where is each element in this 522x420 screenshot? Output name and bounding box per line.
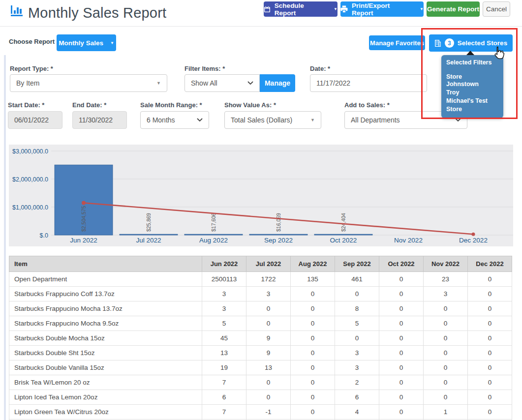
show-value-as-select[interactable]: Total Sales (Dollars) ▼ [224, 111, 321, 129]
filter-items-select[interactable]: Show All [184, 74, 260, 92]
table-cell: 5 [202, 316, 246, 331]
building-icon [434, 39, 441, 47]
table-cell: 13 [202, 346, 246, 360]
popover-title: Selected Filters [446, 59, 498, 66]
table-cell: 3 [202, 301, 246, 316]
svg-text:Nov 2022: Nov 2022 [394, 237, 423, 244]
table-cell: 3 [424, 287, 468, 301]
svg-text:$2,000,000.0: $2,000,000.0 [12, 176, 48, 183]
chevron-down-icon [197, 118, 203, 122]
page-title: Monthly Sales Report [28, 5, 166, 21]
table-cell: -1 [246, 405, 291, 420]
svg-text:$1,000,000.0: $1,000,000.0 [12, 204, 48, 211]
table-header-cell: Oct 2022 [379, 256, 424, 272]
printer-icon [340, 5, 348, 13]
table-cell: 0 [468, 405, 512, 420]
chevron-down-icon [247, 81, 253, 85]
svg-text:$16,069: $16,069 [276, 213, 281, 232]
caret-down-icon: ▼ [310, 118, 315, 122]
table-cell: 0 [379, 346, 424, 360]
table-row: Lipton Green Tea W/Citrus 20oz7-104010 [9, 405, 512, 420]
selected-stores-button[interactable]: 3 Selected Stores [429, 34, 513, 52]
table-cell: 0 [468, 360, 512, 375]
table-cell: 3 [335, 346, 379, 360]
table-cell: 0 [246, 390, 291, 405]
schedule-report-button[interactable]: Schedule Report ▼ [264, 1, 338, 17]
table-cell: 0 [424, 316, 468, 331]
report-type-select[interactable]: By Item ▼ [10, 74, 167, 92]
table-header-cell: Item [9, 256, 202, 272]
report-selector-label: Monthly Sales [59, 39, 103, 47]
sales-chart-panel: $3,000,000.0$2,000,000.0$1,000,000.0$.0$… [9, 145, 513, 246]
table-cell: 9 [246, 346, 291, 360]
table-cell: 0 [379, 272, 424, 287]
show-value-as-label: Show Value As: * [224, 101, 276, 109]
table-cell: 0 [291, 287, 335, 301]
generate-report-button[interactable]: Generate Report [427, 1, 480, 17]
table-row: Open Department250011317221354610230 [9, 272, 512, 287]
date-input[interactable] [310, 74, 427, 92]
popover-store-item: Johnstown [446, 80, 498, 89]
table-cell: 0 [291, 331, 335, 346]
popover-group-label: Store [446, 73, 498, 80]
table-cell: 0 [246, 375, 291, 390]
table-row: Starbucks Frappucino Mocha 9.5oz5005000 [9, 316, 512, 331]
popover-store-item: Michael's Test Store [446, 97, 498, 114]
caret-down-icon: ▼ [334, 7, 338, 11]
table-cell: Lipton Green Tea W/Citrus 20oz [9, 405, 202, 420]
table-cell: 6 [202, 390, 246, 405]
table-cell: 7 [202, 405, 246, 420]
calendar-icon [264, 6, 271, 13]
table-cell: 0 [424, 390, 468, 405]
sale-month-range-select[interactable]: 6 Months [140, 111, 209, 129]
table-cell: 0 [468, 331, 512, 346]
table-cell: 0 [424, 375, 468, 390]
bar-chart-icon [10, 4, 25, 18]
header-divider [0, 26, 522, 27]
table-cell: 0 [379, 360, 424, 375]
table-header-cell: Dec 2022 [468, 256, 512, 272]
table-cell: 9 [246, 331, 291, 346]
table-cell: 5 [335, 316, 379, 331]
table-header-cell: Aug 2022 [291, 256, 335, 272]
table-cell: 2 [335, 375, 379, 390]
table-cell: 0 [379, 316, 424, 331]
choose-report-label: Choose Report [9, 38, 55, 45]
table-cell: 0 [468, 375, 512, 390]
manage-filter-items-button[interactable]: Manage [260, 74, 295, 92]
table-row: Starbucks Frappucino Coff 13.7oz3300030 [9, 287, 512, 301]
table-cell: 0 [246, 301, 291, 316]
end-date-input [72, 111, 127, 129]
table-cell: 0 [468, 390, 512, 405]
table-cell: Lipton Iced Tea Lemon 20oz [9, 390, 202, 405]
date-label: Date: * [310, 65, 330, 72]
table-cell: 0 [468, 287, 512, 301]
manage-favorites-button[interactable]: Manage Favorites [369, 35, 425, 50]
table-cell: Starbucks Double Mocha 15oz [9, 331, 202, 346]
schedule-report-label: Schedule Report [275, 2, 327, 17]
popover-store-item: Troy [446, 89, 498, 97]
table-cell: Brisk Tea W/Lemon 20 oz [9, 375, 202, 390]
table-cell: 3 [202, 287, 246, 301]
svg-text:$25,869: $25,869 [146, 213, 152, 232]
print-export-label: Print/Export Report [352, 2, 413, 17]
cancel-button[interactable]: Cancel [483, 1, 510, 17]
table-header-row: ItemJun 2022Jul 2022Aug 2022Sep 2022Oct … [9, 256, 512, 272]
print-export-button[interactable]: Print/Export Report ▼ [340, 1, 424, 17]
table-cell: 7 [202, 375, 246, 390]
caret-down-icon: ▼ [156, 81, 161, 86]
table-cell: 19 [202, 360, 246, 375]
start-date-input [8, 111, 62, 129]
svg-text:Jul 2022: Jul 2022 [136, 237, 161, 244]
filter-items-label: Filter Items: * [184, 65, 225, 72]
panel-left-accent [4, 55, 6, 420]
table-cell: 2500113 [202, 272, 246, 287]
table-cell: 0 [424, 331, 468, 346]
report-selector-button[interactable]: Monthly Sales ▼ [57, 34, 116, 51]
svg-text:$.0: $.0 [40, 232, 48, 239]
table-cell: 1722 [246, 272, 291, 287]
popover-store-list: JohnstownTroyMichael's Test Store [446, 80, 498, 114]
table-cell: 0 [468, 301, 512, 316]
svg-text:Aug 2022: Aug 2022 [199, 237, 228, 244]
table-cell: 0 [424, 346, 468, 360]
